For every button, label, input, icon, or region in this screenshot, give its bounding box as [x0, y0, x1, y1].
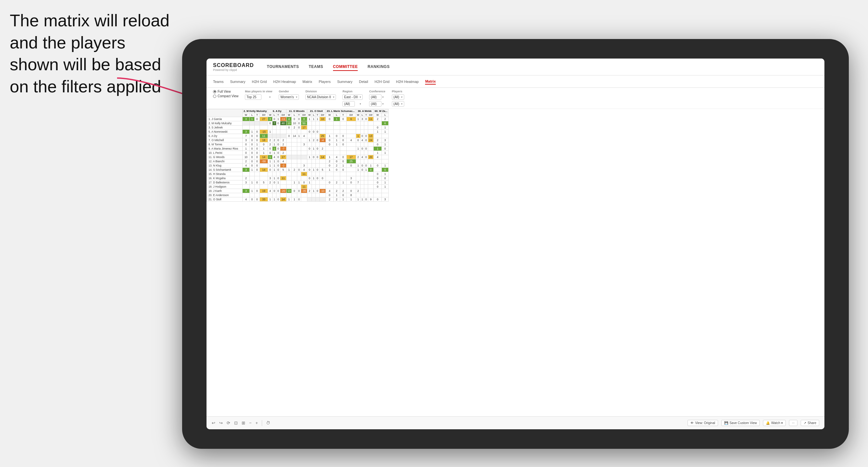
conference-select[interactable]: (All)	[369, 94, 381, 100]
row-label: 6. A Dy	[207, 134, 243, 138]
table-row: 1. J Garcia 31027 301-11 4000 11110 0106…	[207, 117, 389, 121]
max-players-select-wrap[interactable]: Top 25	[245, 94, 272, 100]
max-players-select[interactable]: Top 25	[245, 94, 261, 100]
tab-matrix[interactable]: Matrix	[303, 79, 312, 84]
tab-detail[interactable]: Detail	[359, 79, 368, 84]
gender-select-wrap[interactable]: Women's	[279, 94, 299, 100]
table-row: 14. S Srichantamit 31014 0105 1204 0105 …	[207, 168, 389, 172]
sh-l7: L	[382, 113, 389, 117]
redo-icon[interactable]: ↪	[219, 421, 223, 425]
table-row: 19. J Kanh 31019 400-20 1300-35 210-10 4…	[207, 189, 389, 193]
sh-t4: T	[315, 113, 319, 117]
row-label: 7. O Mitchell	[207, 138, 243, 143]
division-select[interactable]: NCAA Division II	[305, 94, 336, 100]
region-sub-select[interactable]: (All)	[342, 101, 355, 107]
tab-h2h-grid2[interactable]: H2H Grid	[375, 79, 390, 84]
table-row: 6. A Dy 70011 01414 25 100 10013	[207, 134, 389, 138]
undo-icon[interactable]: ↩	[212, 421, 215, 425]
full-view-label: Full View	[218, 90, 230, 93]
nav-committee[interactable]: COMMITTEE	[333, 63, 358, 71]
compact-view-option[interactable]: Compact View	[213, 94, 238, 98]
save-custom-view-btn[interactable]: 💾 Save Custom View	[721, 420, 760, 426]
row-label: 3. S Jelinek	[207, 126, 243, 130]
sh-t1: T	[255, 113, 259, 117]
players-sub-select-wrap[interactable]: (All)	[392, 100, 404, 107]
tab-summary[interactable]: Summary	[230, 79, 245, 84]
sh-w3: W	[286, 113, 292, 117]
region-select-wrap[interactable]: East - DII	[342, 94, 363, 100]
watch-label: Watch ▾	[771, 421, 783, 425]
toolbar-right: 👁 View: Original 💾 Save Custom View 🔔 Wa…	[687, 420, 819, 426]
conference-select-wrap[interactable]: (All)	[369, 94, 385, 100]
region-sub-select-wrap[interactable]: (All)	[342, 100, 363, 107]
conference-label: Conference	[369, 90, 385, 93]
compact-view-radio[interactable]	[213, 95, 216, 98]
sh-w2: W	[268, 113, 273, 117]
tab-players[interactable]: Players	[319, 79, 331, 84]
minus-icon[interactable]: −	[249, 421, 252, 425]
plus-icon[interactable]: +	[256, 421, 258, 425]
table-row: 11. G Woods 100014 14017 10014 14017 240…	[207, 155, 389, 159]
table-row: 13. N Klug 400 110-2 3 0210 1001 01	[207, 163, 389, 168]
logo-sub: Powered by clippd	[213, 68, 254, 71]
tab-h2h-heatmap[interactable]: H2H Heatmap	[273, 79, 296, 84]
players-sub-select[interactable]: (All)	[392, 101, 404, 107]
division-select-wrap[interactable]: NCAA Division II	[305, 94, 336, 100]
table-row: 9. A Maria Jimenez Rios 1001 010-7 0102 …	[207, 147, 389, 151]
logo-title: SCOREBOARD	[213, 62, 254, 68]
view-original-btn[interactable]: 👁 View: Original	[687, 420, 718, 426]
row-label: 11. G Woods	[207, 155, 243, 159]
row-label: 12. A Bianchi	[207, 159, 243, 163]
row-label: 2. M Kelly Mulcahy	[207, 121, 243, 126]
sh-d5: Dif	[346, 113, 356, 117]
row-label: 10. L Perini	[207, 151, 243, 155]
sh-d3: Dif	[301, 113, 307, 117]
players-select-wrap[interactable]: (All)	[392, 94, 404, 100]
region-select[interactable]: East - DII	[342, 94, 363, 100]
sh-t3: T	[297, 113, 301, 117]
table-row: 18. J Hodgson 11 01	[207, 185, 389, 189]
top-nav-items: TOURNAMENTS TEAMS COMMITTEE RANKINGS	[267, 63, 390, 71]
row-label: 20. E Andersson	[207, 193, 243, 197]
view-options: Full View Compact View	[213, 90, 238, 98]
sh-l5: L	[333, 113, 340, 117]
conference-sub-select[interactable]: (All)	[369, 101, 381, 107]
sh-w5: W	[326, 113, 333, 117]
watch-btn[interactable]: 🔔 Watch ▾	[763, 420, 786, 426]
sh-w1: W	[243, 113, 250, 117]
conference-filter: Conference (All) (All)	[369, 90, 385, 107]
tab-matrix2[interactable]: Matrix	[425, 79, 435, 85]
table-row: 16. K Mcgaha 2 31011 0100 3 00	[207, 176, 389, 181]
tab-h2h-heatmap2[interactable]: H2H Heatmap	[396, 79, 419, 84]
share-btn[interactable]: ↗ Share	[801, 420, 819, 426]
tab-summary2[interactable]: Summary	[337, 79, 352, 84]
view-original-label: View: Original	[695, 421, 715, 425]
timer-icon[interactable]: ⏱	[266, 421, 270, 425]
toolbar-sep1	[262, 420, 262, 426]
players-select[interactable]: (All)	[392, 94, 404, 100]
view-icon: 👁	[690, 421, 694, 425]
full-view-option[interactable]: Full View	[213, 90, 238, 93]
tab-h2h-grid[interactable]: H2H Grid	[252, 79, 267, 84]
table-row: 10. L Perini 0001 0102 11	[207, 151, 389, 155]
gender-select[interactable]: Women's	[279, 94, 299, 100]
table-row: 7. O Mitchell 30018 2202 120-4 0104 0402…	[207, 138, 389, 143]
matrix-container[interactable]: 2. M Kelly Mulcahy 6. A Dy 11. G Woods 2…	[207, 109, 825, 416]
sh-l6: L	[360, 113, 364, 117]
nav-teams[interactable]: TEAMS	[309, 63, 323, 71]
region-filter: Region East - DII (All)	[342, 90, 363, 107]
row-label: 8. M Torres	[207, 143, 243, 147]
conference-sub-select-wrap[interactable]: (All)	[369, 100, 385, 107]
grid-icon[interactable]: ⊞	[242, 421, 245, 425]
fit-icon[interactable]: ⊡	[234, 421, 238, 425]
row-label: 5. A Nomrowski	[207, 130, 243, 134]
nav-tournaments[interactable]: TOURNAMENTS	[267, 63, 299, 71]
nav-rankings[interactable]: RANKINGS	[368, 63, 390, 71]
table-row: 21. O Stoll 40033 11014 110 2211 1109 03	[207, 197, 389, 201]
table-row: 15. H Stranda 11 01	[207, 172, 389, 176]
refresh-icon[interactable]: ⟳	[227, 421, 230, 425]
full-view-radio[interactable]	[213, 90, 216, 93]
table-row: 8. M Torres 0010 2102 3 010 01	[207, 143, 389, 147]
tab-teams[interactable]: Teams	[213, 79, 223, 84]
dots-btn[interactable]: ···	[789, 420, 798, 426]
